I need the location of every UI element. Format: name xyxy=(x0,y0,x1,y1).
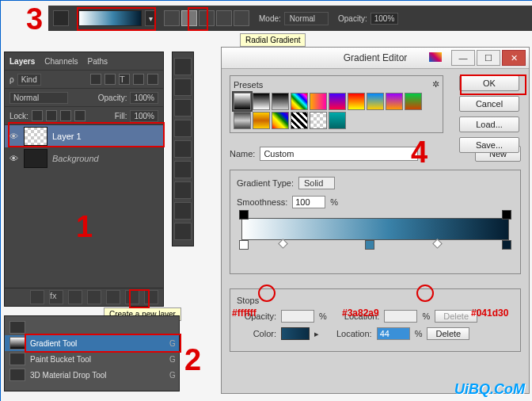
angle-gradient-button[interactable] xyxy=(199,10,215,26)
lock-all-icon[interactable] xyxy=(74,110,86,121)
tool-icon[interactable] xyxy=(174,140,192,158)
tool-icon[interactable] xyxy=(174,202,192,220)
lock-pixels-icon[interactable] xyxy=(46,110,57,121)
close-button[interactable]: ✕ xyxy=(502,50,526,66)
preset-swatch[interactable] xyxy=(329,112,346,129)
reflected-gradient-button[interactable] xyxy=(216,10,232,26)
midpoint-stop[interactable] xyxy=(278,239,288,249)
color-location-input[interactable] xyxy=(377,327,410,340)
layer-mask-icon[interactable] xyxy=(68,290,82,304)
color-stop[interactable] xyxy=(365,240,374,250)
blend-mode-select[interactable]: Normal xyxy=(10,92,68,104)
preset-swatch[interactable] xyxy=(253,93,270,110)
filter-smart-icon[interactable] xyxy=(147,74,158,85)
hex-label: #3a82a9 xyxy=(342,307,379,319)
tool-icon[interactable] xyxy=(174,58,192,75)
gradient-type-group xyxy=(164,10,249,26)
color-stop[interactable] xyxy=(502,240,511,250)
opacity-stop[interactable] xyxy=(502,210,511,220)
visibility-toggle[interactable]: 👁 xyxy=(8,153,19,164)
material-drop-icon xyxy=(10,369,25,381)
layer-thumbnail[interactable] xyxy=(24,149,48,168)
diamond-gradient-button[interactable] xyxy=(234,10,249,26)
visibility-toggle[interactable]: 👁 xyxy=(8,131,19,142)
presets-gear-icon[interactable]: ✲ xyxy=(432,79,439,90)
linear-gradient-button[interactable] xyxy=(164,10,180,26)
color-stop[interactable] xyxy=(239,240,249,250)
tab-paths[interactable]: Paths xyxy=(88,57,108,66)
delete-stop-button[interactable]: Delete xyxy=(427,327,469,340)
preset-swatch[interactable] xyxy=(272,93,289,110)
layer-row[interactable]: 👁 Background xyxy=(5,147,163,170)
tool-icon[interactable] xyxy=(174,181,192,199)
tool-icon[interactable] xyxy=(174,223,192,240)
tool-icon[interactable] xyxy=(174,120,192,137)
cancel-button[interactable]: Cancel xyxy=(459,96,519,112)
smoothness-input[interactable] xyxy=(292,196,325,208)
gradient-name-input[interactable] xyxy=(260,147,418,161)
layer-thumbnail[interactable] xyxy=(24,127,48,146)
dialog-titlebar[interactable]: Gradient Editor — ☐ ✕ xyxy=(222,48,529,69)
lock-position-icon[interactable] xyxy=(60,110,71,121)
filter-adjust-icon[interactable] xyxy=(104,74,116,85)
tool-icon[interactable] xyxy=(174,161,192,178)
foreground-background-swatch[interactable] xyxy=(53,10,69,26)
preset-swatch[interactable] xyxy=(291,93,308,110)
ok-button[interactable]: OK xyxy=(459,75,519,91)
layer-opacity-field[interactable]: 100% xyxy=(130,92,158,104)
flyout-item-blank[interactable] xyxy=(5,319,179,335)
filter-type-icon[interactable]: T xyxy=(119,74,130,85)
stop-location-input xyxy=(384,310,417,323)
preset-swatch[interactable] xyxy=(310,112,327,129)
flyout-item-gradient[interactable]: Gradient Tool G xyxy=(5,335,179,351)
opacity-field[interactable]: 100% xyxy=(370,13,399,25)
load-button[interactable]: Load... xyxy=(459,116,519,132)
layer-fill-field[interactable]: 100% xyxy=(130,110,158,122)
preset-swatch[interactable] xyxy=(386,93,403,110)
lock-transparent-icon[interactable] xyxy=(32,110,43,121)
minimize-button[interactable]: — xyxy=(451,50,475,66)
save-button[interactable]: Save... xyxy=(459,137,519,153)
filter-kind[interactable]: Kind xyxy=(17,74,41,86)
preset-swatch[interactable] xyxy=(310,93,327,110)
tab-layers[interactable]: Layers xyxy=(10,57,35,66)
layer-row-selected[interactable]: 👁 Layer 1 xyxy=(5,125,163,147)
gradient-preview[interactable] xyxy=(78,10,142,26)
preset-swatch[interactable] xyxy=(234,112,251,129)
presets-group: Presets ✲ xyxy=(230,75,443,133)
layer-name[interactable]: Background xyxy=(52,154,160,163)
flyout-item-material-drop[interactable]: 3D Material Drop Tool G xyxy=(5,367,179,383)
layer-style-icon[interactable]: fx xyxy=(49,290,63,304)
delete-layer-icon[interactable] xyxy=(144,290,158,304)
preset-swatch[interactable] xyxy=(272,112,289,129)
link-layers-icon[interactable] xyxy=(30,290,44,304)
midpoint-stop[interactable] xyxy=(432,239,443,249)
layer-name[interactable]: Layer 1 xyxy=(52,132,160,141)
preset-swatch[interactable] xyxy=(329,93,346,110)
preset-swatch[interactable] xyxy=(405,93,422,110)
preset-swatch[interactable] xyxy=(291,112,308,129)
preset-swatch[interactable] xyxy=(367,93,384,110)
preset-swatch[interactable] xyxy=(253,112,270,129)
filter-pixel-icon[interactable] xyxy=(90,74,101,85)
panel-tabs: Layers Channels Paths xyxy=(5,52,163,71)
group-icon[interactable] xyxy=(106,290,120,304)
maximize-button[interactable]: ☐ xyxy=(477,50,500,66)
tool-icon[interactable] xyxy=(174,78,192,96)
gradient-type-select[interactable]: Solid xyxy=(298,177,335,189)
opacity-stop[interactable] xyxy=(239,210,249,220)
color-well[interactable] xyxy=(281,327,310,340)
tab-channels[interactable]: Channels xyxy=(44,57,78,66)
filter-shape-icon[interactable] xyxy=(133,74,144,85)
flyout-item-paint-bucket[interactable]: Paint Bucket Tool G xyxy=(5,351,179,367)
gradient-tool-icon xyxy=(10,337,25,349)
preset-swatch[interactable] xyxy=(348,93,365,110)
blend-mode-dropdown[interactable]: Normal xyxy=(284,12,329,25)
tool-icon[interactable] xyxy=(174,99,192,116)
gradient-bar[interactable] xyxy=(241,218,509,240)
new-layer-icon[interactable] xyxy=(125,290,139,304)
preset-swatch[interactable] xyxy=(234,93,251,110)
gradient-picker-dropdown[interactable]: ▾ xyxy=(145,10,156,26)
adjustment-layer-icon[interactable] xyxy=(87,290,101,304)
radial-gradient-button[interactable] xyxy=(181,10,197,26)
